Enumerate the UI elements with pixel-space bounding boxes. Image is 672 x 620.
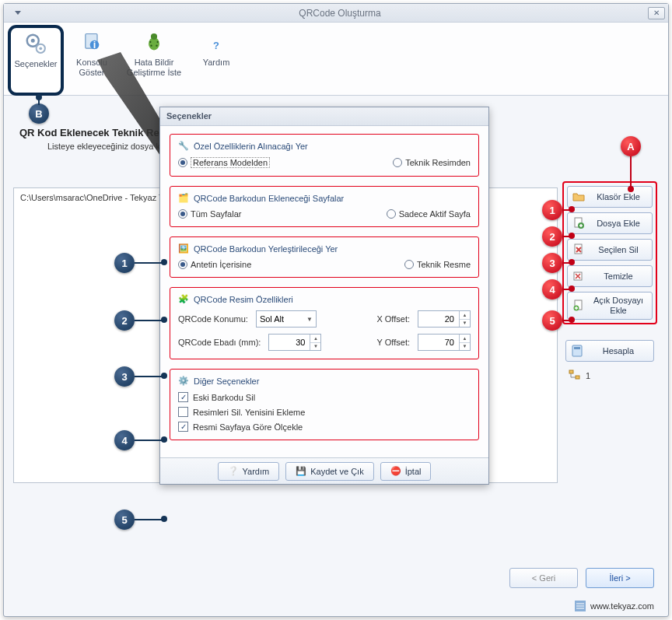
file-plus-icon xyxy=(572,217,585,229)
annotation-side-4: 4 xyxy=(542,279,562,299)
annotation-popup-2: 2 xyxy=(114,310,135,331)
other-icon: ⚙️ xyxy=(178,376,189,386)
svg-rect-22 xyxy=(569,370,573,373)
annotation-side-5: 5 xyxy=(542,310,562,331)
document-info-icon: i xyxy=(79,30,104,54)
svg-text:?: ? xyxy=(213,40,219,51)
file-count: 1 xyxy=(586,371,590,380)
app-window: QRCode Oluşturma ✕ Seçenekler i Konsolu … xyxy=(3,3,669,617)
size-spinner[interactable]: 30▲▼ xyxy=(268,334,321,351)
radio-ref-model[interactable]: Referans Modelden xyxy=(178,157,270,168)
xoffset-spinner[interactable]: 20▲▼ xyxy=(418,310,471,328)
yoffset-spinner[interactable]: 70▲▼ xyxy=(418,334,471,351)
brand-link[interactable]: www.tekyaz.com xyxy=(575,601,654,611)
size-label: QRCode Ebadı (mm): xyxy=(178,338,261,347)
annotation-popup-5: 5 xyxy=(114,510,135,530)
yoffset-label: Y Offset: xyxy=(377,338,410,347)
ribbon-options[interactable]: Seçenekler xyxy=(9,26,63,95)
pages-icon: 🗂️ xyxy=(178,193,189,203)
calculate-button[interactable]: Hesapla xyxy=(565,340,654,362)
radio-drawing[interactable]: Teknik Resimden xyxy=(393,157,471,168)
group-pages: 🗂️QRCode Barkodun Ekleneceği Sayfalar Tü… xyxy=(170,186,479,227)
chk-delete-old[interactable]: Eski Barkodu Sil xyxy=(178,392,471,402)
chk-delete-images[interactable]: Resimleri Sil. Yenisini Ekleme xyxy=(178,407,471,417)
popup-title: Seçenekler xyxy=(160,107,488,126)
add-folder-button[interactable]: Klasör Ekle xyxy=(567,186,653,208)
popup-save-button[interactable]: 💾Kaydet ve Çık xyxy=(285,462,373,481)
popup-help-button[interactable]: ❔Yardım xyxy=(218,462,280,481)
annotation-side-2: 2 xyxy=(542,226,562,247)
titlebar: QRCode Oluşturma ✕ xyxy=(4,4,668,23)
props-icon: 🔧 xyxy=(178,141,189,151)
ribbon-report-bug[interactable]: Hata Bildir Geliştirme İste xyxy=(121,26,187,95)
popup-cancel-button[interactable]: ⛔İptal xyxy=(380,462,432,481)
radio-on-drawing[interactable]: Teknik Resme xyxy=(404,260,471,269)
next-button[interactable]: İleri > xyxy=(586,568,654,588)
position-combo[interactable]: Sol Alt▼ xyxy=(256,310,317,328)
wizard-nav: < Geri İleri > xyxy=(509,568,654,588)
svg-point-12 xyxy=(156,45,157,47)
clear-button[interactable]: Temizle xyxy=(567,265,653,287)
brand-icon xyxy=(575,601,586,611)
image-props-icon: 🧩 xyxy=(178,294,189,304)
delete-icon xyxy=(572,243,585,256)
group-image-props: 🧩QRCode Resim Özellikleri QRCode Konumu:… xyxy=(170,287,479,359)
annotation-A: A xyxy=(621,136,641,156)
help-icon: ? xyxy=(204,30,229,54)
save-icon: 💾 xyxy=(296,466,306,476)
annotation-popup-3: 3 xyxy=(114,366,135,387)
ribbon-console[interactable]: i Konsolu Göster xyxy=(65,26,119,95)
placement-icon: 🖼️ xyxy=(178,243,189,254)
annotation-popup-4: 4 xyxy=(114,430,135,450)
svg-text:i: i xyxy=(93,39,96,51)
close-button[interactable]: ✕ xyxy=(648,7,665,19)
clear-icon xyxy=(572,270,585,282)
file-count-row: 1 xyxy=(565,370,654,382)
annotation-B: B xyxy=(29,103,49,124)
annotation-popup-1: 1 xyxy=(114,253,135,273)
window-title: QRCode Oluşturma xyxy=(32,8,648,19)
calculator-icon xyxy=(571,345,583,357)
tree-icon xyxy=(569,370,581,382)
svg-rect-23 xyxy=(576,376,579,379)
system-menu[interactable] xyxy=(4,11,32,15)
svg-point-8 xyxy=(151,33,157,40)
add-file-button[interactable]: Dosya Ekle xyxy=(567,212,653,234)
popup-footer: ❔Yardım 💾Kaydet ve Çık ⛔İptal xyxy=(160,457,488,484)
help-small-icon: ❔ xyxy=(228,466,239,476)
folder-icon xyxy=(572,191,585,203)
group-source: 🔧Özel Özelliklerin Alınacağı Yer Referan… xyxy=(170,134,479,177)
annotation-side-1: 1 xyxy=(542,200,562,220)
svg-point-10 xyxy=(157,41,159,43)
back-button[interactable]: < Geri xyxy=(509,568,578,588)
radio-title-block[interactable]: Antetin İçerisine xyxy=(178,260,251,269)
pos-label: QRCode Konumu: xyxy=(178,314,248,324)
svg-point-9 xyxy=(149,41,151,43)
svg-point-1 xyxy=(31,39,35,43)
options-popup: Seçenekler 🔧Özel Özelliklerin Alınacağı … xyxy=(159,107,489,485)
group-placement: 🖼️QRCode Barkodun Yerleştirileceği Yer A… xyxy=(170,236,479,278)
ribbon-help[interactable]: ? Yardım xyxy=(189,26,243,95)
cancel-icon: ⛔ xyxy=(390,466,401,476)
add-open-file-button[interactable]: Açık Dosyayı Ekle xyxy=(567,292,653,320)
radio-all-pages[interactable]: Tüm Sayfalar xyxy=(178,209,241,219)
group-other: ⚙️Diğer Seçenekler Eski Barkodu Sil Resi… xyxy=(170,369,479,440)
svg-point-11 xyxy=(150,45,152,47)
bug-icon xyxy=(142,30,166,54)
delete-selected-button[interactable]: Seçilen Sil xyxy=(567,239,653,261)
xoffset-label: X Offset: xyxy=(376,314,410,324)
svg-rect-21 xyxy=(574,347,580,349)
ribbon-toolbar: Seçenekler i Konsolu Göster Hata Bildir … xyxy=(4,23,668,96)
file-add-icon xyxy=(572,299,585,312)
gear-icon xyxy=(23,31,48,56)
svg-point-3 xyxy=(39,47,42,50)
radio-active-page[interactable]: Sadece Aktif Sayfa xyxy=(387,209,471,219)
chk-scale-to-page[interactable]: Resmi Sayfaya Göre Ölçekle xyxy=(178,422,471,432)
side-button-panel: Klasör Ekle Dosya Ekle Seçilen Sil Temiz… xyxy=(562,181,657,324)
annotation-side-3: 3 xyxy=(542,253,562,273)
